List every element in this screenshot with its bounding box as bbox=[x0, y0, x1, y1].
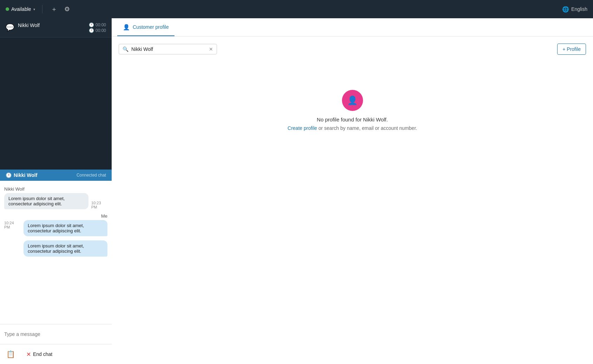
globe-icon: 🌐 bbox=[562, 6, 569, 13]
message-row-me: Me 10:24 PM Lorem ipsum dolor sit amet, … bbox=[4, 213, 107, 259]
search-input[interactable] bbox=[131, 46, 206, 52]
dark-preview-area bbox=[0, 38, 112, 170]
tabs-bar: 👤 Customer profile bbox=[112, 18, 593, 37]
status-label: Available bbox=[11, 6, 31, 12]
tab-customer-profile-label: Customer profile bbox=[133, 24, 169, 30]
no-profile-message: No profile found for Nikki Wolf. bbox=[317, 117, 388, 123]
search-icon: 🔍 bbox=[123, 46, 129, 52]
chat-item-info: Nikki Wolf bbox=[18, 22, 85, 28]
topbar: Available ▾ ＋ ⚙ 🌐 English bbox=[0, 0, 593, 18]
search-row: 🔍 ✕ + Profile bbox=[119, 44, 586, 55]
attachment-button[interactable]: 📋 bbox=[4, 348, 17, 360]
sidebar: 💬 Nikki Wolf 🕐 00:00 🕐 00:00 🕐 Nik bbox=[0, 18, 112, 364]
chevron-down-icon: ▾ bbox=[33, 7, 35, 11]
language-label: English bbox=[571, 6, 587, 12]
chat-item-times: 🕐 00:00 🕐 00:00 bbox=[89, 22, 106, 33]
no-profile-icon: 👤 bbox=[342, 90, 363, 111]
active-chat-name: 🕐 Nikki Wolf bbox=[6, 172, 37, 178]
chat-bubble-icon: 💬 bbox=[6, 23, 14, 32]
active-chat-item[interactable]: 🕐 Nikki Wolf Connected chat bbox=[0, 170, 112, 181]
chat-time-1: 🕐 00:00 bbox=[89, 22, 106, 27]
create-profile-link[interactable]: Create profile bbox=[288, 125, 317, 131]
message-input[interactable] bbox=[4, 328, 107, 340]
chat-actions: 📋 ✕ End chat bbox=[0, 344, 112, 364]
chat-item-name: Nikki Wolf bbox=[18, 22, 85, 28]
panel-content: 🔍 ✕ + Profile 👤 No profile found for Nik… bbox=[112, 37, 593, 364]
message-bubble-me-1: Lorem ipsum dolor sit amet, consectetur … bbox=[24, 220, 107, 236]
settings-button[interactable]: ⚙ bbox=[63, 4, 71, 14]
add-button[interactable]: ＋ bbox=[50, 4, 59, 15]
chat-input-area bbox=[0, 324, 112, 344]
status-selector[interactable]: Available ▾ bbox=[6, 6, 35, 12]
message-group-me: Lorem ipsum dolor sit amet, consectetur … bbox=[24, 220, 107, 259]
tab-customer-profile-icon: 👤 bbox=[123, 24, 130, 31]
end-chat-button[interactable]: ✕ End chat bbox=[21, 348, 58, 360]
message-bubble-me-2: Lorem ipsum dolor sit amet, consectetur … bbox=[24, 240, 107, 257]
right-panel: 👤 Customer profile 🔍 ✕ + Profile � bbox=[112, 18, 593, 364]
language-selector[interactable]: 🌐 English bbox=[562, 6, 587, 13]
add-profile-label: + Profile bbox=[562, 46, 581, 52]
clock-icon-1: 🕐 bbox=[89, 22, 94, 27]
topbar-divider bbox=[42, 5, 42, 13]
tab-customer-profile[interactable]: 👤 Customer profile bbox=[117, 19, 174, 36]
main-layout: 💬 Nikki Wolf 🕐 00:00 🕐 00:00 🕐 Nik bbox=[0, 18, 593, 364]
sender-label-me: Me bbox=[101, 213, 107, 219]
no-profile-area: 👤 No profile found for Nikki Wolf. Creat… bbox=[119, 90, 586, 131]
incoming-chat-item[interactable]: 💬 Nikki Wolf 🕐 00:00 🕐 00:00 bbox=[0, 18, 112, 38]
user-icon: 👤 bbox=[347, 95, 358, 105]
message-bubble-them: Lorem ipsum dolor sit amet, consectetur … bbox=[4, 193, 88, 209]
no-profile-sub: Create profile or search by name, email … bbox=[288, 125, 417, 131]
chat-time-2: 🕐 00:00 bbox=[89, 28, 106, 33]
attachment-icon: 📋 bbox=[6, 350, 15, 358]
message-row-them: Nikki Wolf Lorem ipsum dolor sit amet, c… bbox=[4, 186, 107, 209]
no-profile-sub-text: or search by name, email or account numb… bbox=[318, 125, 417, 131]
end-chat-label: End chat bbox=[33, 351, 52, 357]
end-chat-icon: ✕ bbox=[26, 351, 31, 358]
search-clear-icon[interactable]: ✕ bbox=[209, 46, 213, 52]
clock-icon-2: 🕐 bbox=[89, 28, 94, 33]
message-time-me: 10:24 PM bbox=[4, 221, 21, 229]
add-profile-button[interactable]: + Profile bbox=[557, 44, 586, 55]
search-box: 🔍 ✕ bbox=[119, 44, 217, 54]
connected-badge: Connected chat bbox=[77, 173, 106, 178]
status-dot bbox=[6, 7, 9, 11]
sender-label-them: Nikki Wolf bbox=[4, 186, 25, 192]
chat-messages: Nikki Wolf Lorem ipsum dolor sit amet, c… bbox=[0, 181, 112, 324]
message-time-them: 10:23 PM bbox=[91, 201, 107, 209]
clock-icon-active: 🕐 bbox=[6, 172, 12, 178]
